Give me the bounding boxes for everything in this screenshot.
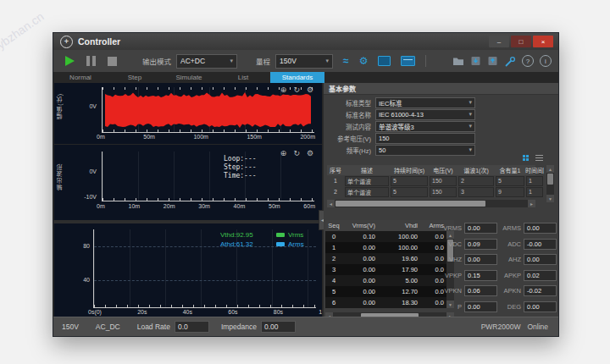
x-tick-label: 50m (143, 134, 155, 140)
cell-content[interactable]: 9 (496, 187, 524, 197)
table-row[interactable]: 5 0.00 12.70 0.0 (325, 286, 454, 297)
cell-desc[interactable]: 单个谐波 (345, 187, 389, 197)
standard-type-label: 标准类型 (324, 98, 375, 108)
chevron-down-icon: ▾ (469, 146, 472, 153)
gear-icon[interactable]: ⚙ (359, 56, 369, 66)
device-icon[interactable] (378, 56, 391, 66)
measurement-value: -0.00 (524, 239, 557, 250)
wrench-icon[interactable] (504, 56, 516, 67)
col-header: 电压(V) (429, 166, 458, 174)
waveform-icon[interactable]: ≈ (343, 56, 349, 66)
measurement-label: DEG (497, 303, 521, 311)
table-row[interactable]: 2 单个谐波 5 150 3 9 1 (327, 186, 535, 197)
standards-h-scrollbar[interactable]: ◄ ► (327, 200, 535, 207)
scrollbar-thumb[interactable] (547, 174, 553, 185)
scroll-up-icon[interactable]: ▲ (546, 165, 554, 173)
table-row[interactable]: 1 单个谐波 5 150 2 5 1 (327, 175, 535, 186)
cell-harmonic[interactable]: 2 (458, 176, 494, 186)
impedance-label: Impedance (221, 323, 257, 331)
scroll-right-icon[interactable]: ► (528, 200, 535, 207)
table-row[interactable]: 1 0.00 100.00 0.0 (325, 242, 454, 253)
cell-duration[interactable]: 5 (391, 176, 428, 186)
scrollbar-thumb[interactable] (336, 201, 485, 207)
cell-voltage[interactable]: 150 (430, 176, 457, 186)
cell-index: 1 (327, 178, 344, 184)
maximize-button[interactable]: □ (511, 36, 531, 47)
measurement-value: 0.02 (524, 270, 557, 281)
export-file-icon[interactable] (487, 56, 498, 66)
cell-desc[interactable]: 单个谐波 (345, 176, 389, 186)
watermark: ybzhan.cn (0, 9, 47, 52)
standard-type-select[interactable]: IEC标准 ▾ (375, 97, 475, 108)
table-row[interactable]: 0 0.10 100.00 0.0 (325, 231, 454, 242)
basic-params-form: 标准类型 IEC标准 ▾ 标准名称 IEC 61000-4-13 ▾ (324, 97, 558, 156)
settings-icon[interactable]: ⚙ (307, 149, 313, 157)
measurement-row: VPKP 0.15 APKP 0.02 (461, 270, 557, 281)
athd-readout: Athd:61.32 (220, 240, 253, 248)
settings-icon[interactable]: ⚙ (307, 85, 313, 94)
zoom-icon[interactable]: ⊕ (280, 149, 287, 157)
stop-button[interactable] (108, 57, 117, 66)
select-all-icon[interactable] (523, 155, 530, 162)
frequency-value: 50 (379, 146, 463, 154)
cell-harmonic[interactable]: 3 (458, 187, 494, 197)
open-folder-icon[interactable] (452, 56, 464, 66)
vthd-readout: Vthd:92.95 (220, 231, 253, 239)
cell-content[interactable]: 5 (496, 176, 524, 186)
range-select[interactable]: 150V ▾ (275, 54, 333, 69)
test-content-select[interactable]: 单谐波等级3 ▾ (375, 121, 475, 132)
display-icon[interactable] (401, 56, 415, 66)
chart2-toolbar: ⊕ ↻ ⚙ (280, 149, 313, 157)
x-tick-label: 60m (303, 203, 315, 209)
x-tick-label: 30m (198, 203, 210, 209)
import-file-icon[interactable] (470, 56, 481, 66)
cell-duration[interactable]: 5 (391, 187, 428, 197)
ref-voltage-input[interactable]: 150 (375, 133, 475, 144)
scroll-up-icon[interactable]: ▲ (446, 231, 454, 239)
cell-interval[interactable]: 1 (526, 187, 543, 197)
output-mode-select[interactable]: AC+DC ▾ (176, 54, 237, 69)
refresh-icon[interactable]: ↻ (293, 149, 300, 157)
list-icon[interactable] (535, 155, 543, 162)
measurement-value: 0.00 (524, 223, 557, 234)
trend-chart: 80 40 Vthd:92.95 Athd:61.32 Vrms (54, 223, 322, 317)
step-value: Step:--- (224, 163, 257, 172)
mode-tab[interactable]: Normal (53, 72, 108, 83)
frequency-select[interactable]: 50 ▾ (375, 145, 475, 156)
zoom-icon[interactable]: ⊕ (280, 85, 287, 94)
mode-tab[interactable]: List (216, 72, 270, 83)
measurement-label: VPKP (440, 272, 462, 279)
mode-tab[interactable]: Simulate (162, 72, 216, 83)
table-row[interactable]: 3 0.00 17.90 0.0 (325, 264, 454, 275)
chart2-bottom-ticks (103, 198, 314, 201)
seq-table-body: 0 0.10 100.00 0.0 1 0.00 100.00 0.0 (325, 231, 454, 308)
table-row[interactable]: 6 0.00 18.30 0.0 (325, 297, 454, 308)
play-button[interactable] (65, 56, 75, 66)
scroll-down-icon[interactable]: ▼ (546, 195, 554, 202)
minimize-button[interactable]: – (489, 36, 509, 47)
cell-vrms: 0.00 (342, 244, 380, 251)
cell-vhdl: 5.00 (380, 277, 422, 284)
load-rate-value: 0.0 (175, 321, 209, 333)
info-icon[interactable]: i (540, 55, 552, 67)
cell-voltage[interactable]: 150 (430, 187, 457, 197)
form-row: 测试内容 单谐波等级3 ▾ (324, 120, 558, 132)
pause-button[interactable] (86, 56, 96, 66)
table-row[interactable]: 2 0.00 19.60 0.0 (325, 253, 454, 264)
scroll-left-icon[interactable]: ◄ (327, 200, 335, 207)
help-icon[interactable]: ? (522, 55, 534, 67)
x-tick-label: 100m (193, 134, 208, 140)
cell-interval[interactable]: 1 (526, 176, 543, 186)
standards-v-scrollbar[interactable]: ▲ ▼ (546, 165, 554, 202)
standard-name-select[interactable]: IEC 61000-4-13 ▾ (375, 109, 475, 120)
mode-tab[interactable]: Step (108, 72, 162, 83)
close-button[interactable]: × (533, 36, 553, 47)
form-row: 标准类型 IEC标准 ▾ (324, 97, 558, 108)
table-row[interactable]: 4 0.00 5.00 0.0 (325, 275, 454, 286)
title-bar: + Controller – □ × (53, 33, 558, 50)
refresh-icon[interactable]: ↻ (293, 85, 300, 94)
mode-tab[interactable]: Standards (270, 72, 324, 83)
chart2-y-axis-label: 输出波形 (56, 163, 64, 190)
cell-vhdl: 100.00 (380, 244, 422, 251)
frequency-label: 频率(Hz) (324, 146, 375, 155)
